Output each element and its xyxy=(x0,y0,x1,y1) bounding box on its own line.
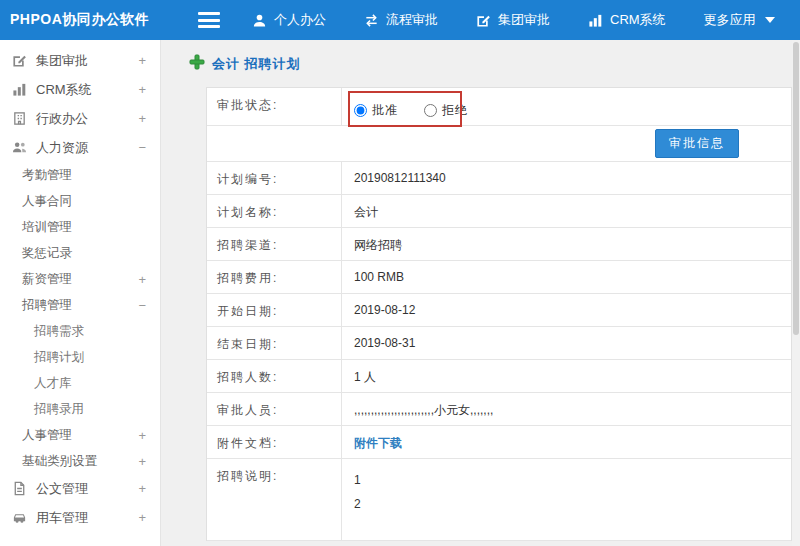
person-icon xyxy=(252,13,267,28)
sidebar-item-recruit-need[interactable]: 招聘需求 xyxy=(0,318,160,344)
table-row: 招聘人数: 1 人 xyxy=(207,360,791,393)
field-label: 计划编号: xyxy=(207,162,342,194)
sidebar-item-documents[interactable]: 公文管理 + xyxy=(0,474,160,503)
sidebar-item-talent-pool[interactable]: 人才库 xyxy=(0,370,160,396)
sidebar-item-admin-office[interactable]: 行政办公 + xyxy=(0,104,160,133)
field-label: 审批人员: xyxy=(207,393,342,425)
field-label: 结束日期: xyxy=(207,327,342,359)
field-value: 100 RMB xyxy=(342,261,791,293)
vertical-scrollbar[interactable] xyxy=(792,40,800,546)
document-icon xyxy=(12,481,28,497)
table-row: 审批人员: ,,,,,,,,,,,,,,,,,,,,,,,,小元女,,,,,,, xyxy=(207,393,791,426)
field-label: 开始日期: xyxy=(207,294,342,326)
description-line: 1 xyxy=(354,468,779,492)
status-label: 审批状态: xyxy=(207,88,342,125)
collapse-toggle[interactable]: − xyxy=(138,140,146,155)
expand-toggle[interactable]: + xyxy=(138,272,146,287)
nav-workflow-approval[interactable]: 流程审批 xyxy=(364,11,438,29)
caret-down-icon xyxy=(765,17,775,23)
field-value: 2019-08-31 xyxy=(342,327,791,359)
add-plus-icon[interactable] xyxy=(189,54,205,74)
nav-more-apps[interactable]: 更多应用 xyxy=(704,11,775,29)
expand-toggle[interactable]: + xyxy=(138,454,146,469)
bar-chart-icon xyxy=(588,13,603,28)
nav-personal-office[interactable]: 个人办公 xyxy=(252,11,326,29)
table-row: 结束日期: 2019-08-31 xyxy=(207,327,791,360)
expand-toggle[interactable]: + xyxy=(138,53,146,68)
table-row-description: 招聘说明: 1 2 xyxy=(207,459,791,541)
approval-form: 审批状态: 批准 拒绝 审批信息 计划 xyxy=(206,87,792,541)
table-row: 招聘费用: 100 RMB xyxy=(207,261,791,294)
reject-radio-label[interactable]: 拒绝 xyxy=(424,102,468,119)
top-bar: PHPOA协同办公软件 个人办公 流程审批 集团审批 CRM系统 xyxy=(0,0,800,40)
field-label: 附件文档: xyxy=(207,426,342,458)
sidebar-item-rewards[interactable]: 奖惩记录 xyxy=(0,240,160,266)
expand-toggle[interactable]: + xyxy=(138,82,146,97)
page-title: 会计 招聘计划 xyxy=(212,55,301,73)
expand-toggle[interactable]: + xyxy=(138,428,146,443)
expand-toggle[interactable]: + xyxy=(138,481,146,496)
car-icon xyxy=(12,510,28,526)
field-value: 1 人 xyxy=(342,360,791,392)
sidebar: 集团审批 + CRM系统 + 行政办公 + 人力资源 − 考勤管理 xyxy=(0,40,161,546)
nav-group-approval[interactable]: 集团审批 xyxy=(476,11,550,29)
edit-icon xyxy=(12,53,28,69)
sidebar-item-crm[interactable]: CRM系统 + xyxy=(0,75,160,104)
button-row: 审批信息 xyxy=(207,126,791,162)
field-label: 招聘人数: xyxy=(207,360,342,392)
expand-toggle[interactable]: + xyxy=(138,111,146,126)
field-label: 计划名称: xyxy=(207,195,342,227)
top-nav: 个人办公 流程审批 集团审批 CRM系统 更多应用 xyxy=(252,11,775,29)
sidebar-item-salary[interactable]: 薪资管理 + xyxy=(0,266,160,292)
sidebar-item-group-approval[interactable]: 集团审批 + xyxy=(0,46,160,75)
app-logo: PHPOA协同办公软件 xyxy=(0,11,168,29)
breadcrumb: 会计 招聘计划 xyxy=(161,40,800,74)
approve-radio-label[interactable]: 批准 xyxy=(354,102,398,119)
sidebar-item-attendance[interactable]: 考勤管理 xyxy=(0,162,160,188)
description-line: 2 xyxy=(354,492,779,516)
sidebar-item-recruit-mgmt[interactable]: 招聘管理 − xyxy=(0,292,160,318)
sidebar-item-personnel-mgmt[interactable]: 人事管理 + xyxy=(0,422,160,448)
sidebar-item-hr-contract[interactable]: 人事合同 xyxy=(0,188,160,214)
attachment-download-link[interactable]: 附件下载 xyxy=(354,436,402,450)
field-value: 20190812111340 xyxy=(342,162,791,194)
building-icon xyxy=(12,111,28,127)
people-icon xyxy=(12,140,28,156)
field-label: 招聘渠道: xyxy=(207,228,342,260)
field-value: 会计 xyxy=(342,195,791,227)
status-radio-group: 批准 拒绝 xyxy=(342,88,791,125)
table-row: 计划编号: 20190812111340 xyxy=(207,162,791,195)
field-value: 2019-08-12 xyxy=(342,294,791,326)
sidebar-item-recruit-plan[interactable]: 招聘计划 xyxy=(0,344,160,370)
scrollbar-thumb[interactable] xyxy=(793,42,799,335)
hamburger-icon[interactable] xyxy=(198,12,220,28)
table-row: 招聘渠道: 网络招聘 xyxy=(207,228,791,261)
collapse-toggle[interactable]: − xyxy=(138,298,146,313)
field-label: 招聘费用: xyxy=(207,261,342,293)
sidebar-item-recruit-hire[interactable]: 招聘录用 xyxy=(0,396,160,422)
reject-radio[interactable] xyxy=(424,104,437,117)
field-label: 招聘说明: xyxy=(207,459,342,540)
workflow-icon xyxy=(364,13,379,28)
edit-icon xyxy=(476,13,491,28)
approve-radio[interactable] xyxy=(354,104,367,117)
field-value: 网络招聘 xyxy=(342,228,791,260)
table-row: 开始日期: 2019-08-12 xyxy=(207,294,791,327)
table-row: 计划名称: 会计 xyxy=(207,195,791,228)
approval-info-button[interactable]: 审批信息 xyxy=(655,129,739,158)
main-content: 会计 招聘计划 审批状态: 批准 拒绝 xyxy=(161,40,800,546)
sidebar-item-training[interactable]: 培训管理 xyxy=(0,214,160,240)
expand-toggle[interactable]: + xyxy=(138,510,146,525)
sidebar-item-base-category[interactable]: 基础类别设置 + xyxy=(0,448,160,474)
sidebar-item-hr[interactable]: 人力资源 − xyxy=(0,133,160,162)
status-row: 审批状态: 批准 拒绝 xyxy=(207,88,791,126)
sidebar-item-vehicle[interactable]: 用车管理 + xyxy=(0,503,160,532)
field-value: ,,,,,,,,,,,,,,,,,,,,,,,,小元女,,,,,,, xyxy=(342,393,791,425)
nav-crm-system[interactable]: CRM系统 xyxy=(588,11,666,29)
table-row-attachment: 附件文档: 附件下载 xyxy=(207,426,791,459)
bar-chart-icon xyxy=(12,82,28,98)
